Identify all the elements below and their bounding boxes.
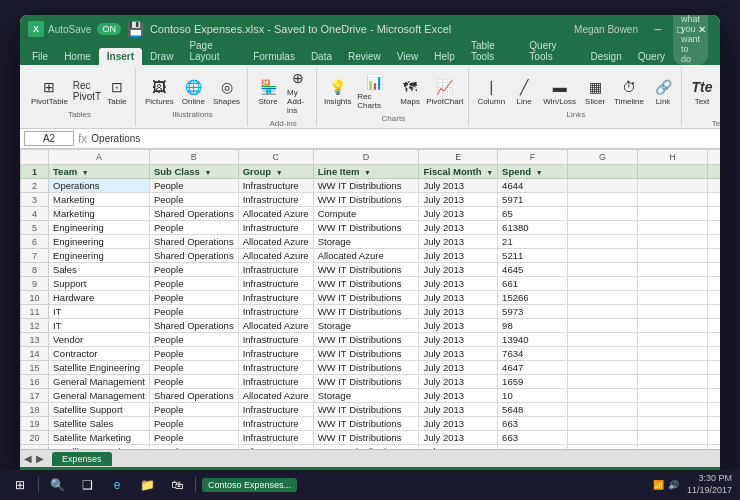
cell-4-4[interactable]: Compute [313,207,419,221]
formula-input[interactable]: Operations [91,133,716,144]
file-explorer-button[interactable]: 📁 [135,473,159,497]
cell-11-8[interactable] [638,305,708,319]
cell-2-4[interactable]: WW IT Distributions [313,179,419,193]
cell-19-7[interactable] [568,417,638,431]
recommended-charts-button[interactable]: 📊Rec Charts [354,70,394,112]
cell-5-7[interactable] [568,221,638,235]
cell-12-7[interactable] [568,319,638,333]
line-button[interactable]: ╱Line [510,75,538,108]
cell-5-4[interactable]: WW IT Distributions [313,221,419,235]
cell-15-6[interactable]: 4647 [498,361,568,375]
store-taskbar-button[interactable]: 🛍 [165,473,189,497]
col-header-d[interactable]: D [313,150,419,165]
cell-5-9[interactable] [708,221,720,235]
cell-3-5[interactable]: July 2013 [419,193,498,207]
tab-data[interactable]: Data [303,48,340,65]
cell-12-5[interactable]: July 2013 [419,319,498,333]
cell-7-5[interactable]: July 2013 [419,249,498,263]
pivot-table-button[interactable]: ⊞PivotTable [28,75,71,108]
cell-13-3[interactable]: Infrastructure [238,333,313,347]
table-button[interactable]: ⊡Table [103,75,131,108]
cell-2-7[interactable] [568,179,638,193]
pivotchart-button[interactable]: 📈PivotChart [426,75,464,108]
cell-18-1[interactable]: Satellite Support [49,403,150,417]
cell-10-2[interactable]: People [149,291,238,305]
cell-14-7[interactable] [568,347,638,361]
cell-2-2[interactable]: People [149,179,238,193]
cell-13-9[interactable] [708,333,720,347]
cell-20-4[interactable]: WW IT Distributions [313,431,419,445]
cell-16-2[interactable]: People [149,375,238,389]
cell-9-4[interactable]: WW IT Distributions [313,277,419,291]
cell-9-3[interactable]: Infrastructure [238,277,313,291]
col-header-h[interactable]: H [638,150,708,165]
cell-9-1[interactable]: Support [49,277,150,291]
cell-11-5[interactable]: July 2013 [419,305,498,319]
cell-4-3[interactable]: Allocated Azure [238,207,313,221]
cell-15-8[interactable] [638,361,708,375]
cell-17-3[interactable]: Allocated Azure [238,389,313,403]
cell-18-5[interactable]: July 2013 [419,403,498,417]
cell-12-8[interactable] [638,319,708,333]
cell-18-6[interactable]: 5648 [498,403,568,417]
cell-5-6[interactable]: 61380 [498,221,568,235]
cell-6-4[interactable]: Storage [313,235,419,249]
cell-3-6[interactable]: 5971 [498,193,568,207]
cell-2-6[interactable]: 4644 [498,179,568,193]
cell-6-3[interactable]: Allocated Azure [238,235,313,249]
cell-17-7[interactable] [568,389,638,403]
cell-11-9[interactable] [708,305,720,319]
cell-4-2[interactable]: Shared Operations [149,207,238,221]
cell-7-2[interactable]: Shared Operations [149,249,238,263]
cell-20-8[interactable] [638,431,708,445]
cell-3-2[interactable]: People [149,193,238,207]
timeline-button[interactable]: ⏱Timeline [611,75,647,108]
tab-page-layout[interactable]: Page Layout [181,37,245,65]
cell-9-8[interactable] [638,277,708,291]
cell-8-7[interactable] [568,263,638,277]
cell-7-6[interactable]: 5211 [498,249,568,263]
my-addins-button[interactable]: ⊕My Add-ins [284,66,312,117]
cell-16-1[interactable]: General Management [49,375,150,389]
cell-12-2[interactable]: Shared Operations [149,319,238,333]
cell-14-3[interactable]: Infrastructure [238,347,313,361]
cell-19-5[interactable]: July 2013 [419,417,498,431]
cell-15-7[interactable] [568,361,638,375]
cell-2-3[interactable]: Infrastructure [238,179,313,193]
sheet-tab-expenses[interactable]: Expenses [52,452,112,466]
cell-5-8[interactable] [638,221,708,235]
tab-insert[interactable]: Insert [99,48,142,65]
cell-2-9[interactable] [708,179,720,193]
cell-14-9[interactable] [708,347,720,361]
cell-9-7[interactable] [568,277,638,291]
scroll-tabs-left[interactable]: ◀ [24,453,32,464]
cell-11-1[interactable]: IT [49,305,150,319]
cell-5-3[interactable]: Infrastructure [238,221,313,235]
cell-10-4[interactable]: WW IT Distributions [313,291,419,305]
cell-7-7[interactable] [568,249,638,263]
excel-taskbar-button[interactable]: Contoso Expenses... [202,478,297,492]
cell-14-8[interactable] [638,347,708,361]
cell-9-2[interactable]: People [149,277,238,291]
cell-15-3[interactable]: Infrastructure [238,361,313,375]
cell-8-3[interactable]: Infrastructure [238,263,313,277]
task-view-button[interactable]: ❑ [75,473,99,497]
cell-15-1[interactable]: Satellite Engineering [49,361,150,375]
cell-2-5[interactable]: July 2013 [419,179,498,193]
cell-11-6[interactable]: 5973 [498,305,568,319]
cell-13-2[interactable]: People [149,333,238,347]
cell-3-1[interactable]: Marketing [49,193,150,207]
cell-18-9[interactable] [708,403,720,417]
column-button[interactable]: |Column [475,75,509,108]
cell-3-4[interactable]: WW IT Distributions [313,193,419,207]
cell-14-1[interactable]: Contractor [49,347,150,361]
cell-7-8[interactable] [638,249,708,263]
tab-draw[interactable]: Draw [142,48,181,65]
cell-12-4[interactable]: Storage [313,319,419,333]
cell-16-9[interactable] [708,375,720,389]
cell-15-4[interactable]: WW IT Distributions [313,361,419,375]
cell-12-9[interactable] [708,319,720,333]
cell-15-5[interactable]: July 2013 [419,361,498,375]
tab-formulas[interactable]: Formulas [245,48,303,65]
cell-13-8[interactable] [638,333,708,347]
